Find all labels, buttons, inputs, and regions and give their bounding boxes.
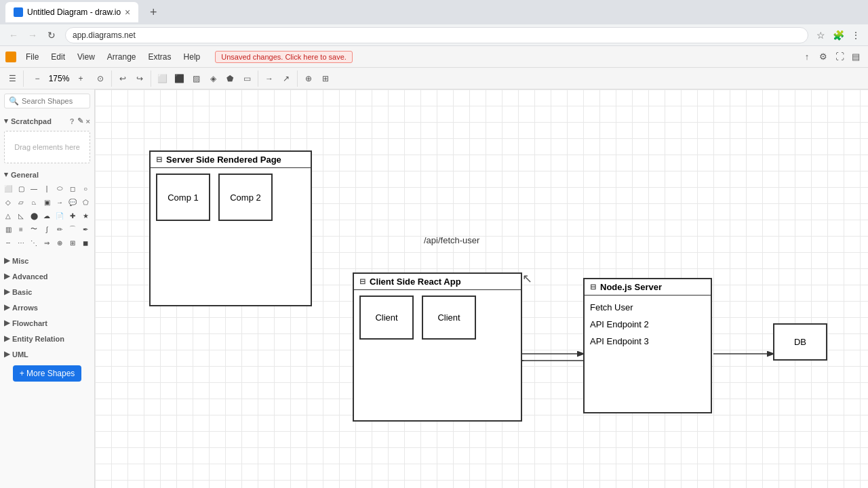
client1-box[interactable]: Client	[359, 296, 414, 340]
shape-dashed[interactable]: ⋱	[28, 237, 39, 248]
fullscreen-icon[interactable]: ⛶	[833, 50, 846, 64]
menu-arrange[interactable]: Arrange	[102, 51, 142, 63]
comp2-box[interactable]: Comp 2	[218, 174, 273, 221]
style-button-1[interactable]: ⬜	[154, 70, 170, 87]
active-tab[interactable]: Untitled Diagram - draw.io ×	[5, 2, 138, 22]
zoom-out-button[interactable]: −	[29, 70, 45, 87]
shape-arrow-right[interactable]: ⇒	[41, 237, 52, 248]
shape-line-v[interactable]: |	[41, 183, 52, 194]
settings-icon[interactable]: ⚙	[816, 50, 830, 64]
bookmark-icon[interactable]: ☆	[814, 28, 827, 42]
scratchpad-close-icon[interactable]: ×	[86, 117, 90, 125]
menu-help[interactable]: Help	[178, 51, 206, 63]
shape-arrow[interactable]: →	[54, 197, 65, 207]
shape-curve[interactable]: ∫	[41, 224, 52, 235]
shape-note[interactable]: 📄	[54, 210, 65, 221]
zoom-in-button[interactable]: +	[73, 70, 89, 87]
arrows-header[interactable]: ▶ Arrows	[4, 302, 90, 313]
shape-cross[interactable]: ✚	[67, 210, 78, 221]
shape-rounded-rect[interactable]: ▢	[16, 183, 26, 194]
browser-tab-bar: Untitled Diagram - draw.io × +	[0, 0, 868, 24]
shape-ellipse[interactable]: ⬭	[54, 183, 65, 194]
shape-3d-rect[interactable]: ▣	[41, 197, 52, 207]
search-box[interactable]: 🔍	[4, 94, 90, 108]
new-tab-button[interactable]: +	[144, 3, 163, 22]
shape-plus[interactable]: ⊕	[54, 237, 65, 248]
shape-cylinder[interactable]: ⬤	[28, 210, 39, 221]
canvas-area[interactable]: /api/fetch-user ⊟ Server Side Rendered P…	[95, 89, 868, 488]
shape-diamond[interactable]: ◇	[3, 197, 14, 207]
client2-box[interactable]: Client	[422, 296, 476, 340]
undo-button[interactable]: ↩	[115, 70, 131, 87]
shape-parallelogram[interactable]: ▱	[16, 197, 26, 207]
menu-extras[interactable]: Extras	[143, 51, 177, 63]
server-side-box[interactable]: ⊟ Server Side Rendered Page Comp 1 Comp …	[149, 150, 312, 306]
waypoint-button[interactable]: ↗	[278, 70, 294, 87]
basic-header[interactable]: ▶ Basic	[4, 286, 90, 298]
shape-lasso[interactable]: ⌒	[67, 224, 78, 235]
shape-trapezoid[interactable]: ⏢	[28, 197, 39, 207]
menu-icon[interactable]: ⋮	[849, 28, 863, 42]
uml-header[interactable]: ▶ UML	[4, 348, 90, 360]
menu-file[interactable]: File	[20, 51, 44, 63]
style-button-6[interactable]: ▭	[239, 70, 255, 87]
search-input[interactable]	[22, 97, 85, 105]
shape-circle[interactable]: ○	[80, 183, 91, 194]
style-button-2[interactable]: ⬛	[171, 70, 187, 87]
comp1-box[interactable]: Comp 1	[156, 174, 210, 221]
main-layout: 🔍 ▾ Scratchpad ? ✎ × Drag elements here …	[0, 89, 868, 488]
scratchpad-edit-icon[interactable]: ✎	[77, 117, 83, 125]
refresh-button[interactable]: ↻	[43, 27, 60, 43]
extension-icon[interactable]: 🧩	[831, 28, 845, 42]
unsaved-changes-badge[interactable]: Unsaved changes. Click here to save.	[215, 51, 353, 63]
shape-callout[interactable]: 💬	[67, 197, 78, 207]
misc-header[interactable]: ▶ Misc	[4, 255, 90, 266]
entity-relation-header[interactable]: ▶ Entity Relation	[4, 333, 90, 344]
shape-line-h[interactable]: —	[28, 183, 39, 194]
shape-freeform[interactable]: ✒	[80, 224, 91, 235]
advanced-header[interactable]: ▶ Advanced	[4, 270, 90, 282]
shape-table[interactable]: ⊞	[67, 237, 78, 248]
style-button-4[interactable]: ◈	[205, 70, 221, 87]
connection-button[interactable]: →	[261, 70, 277, 87]
forward-button[interactable]: →	[24, 27, 41, 43]
shape-extra[interactable]: ◼	[80, 237, 91, 248]
menu-view[interactable]: View	[72, 51, 100, 63]
style-button-5[interactable]: ⬟	[222, 70, 238, 87]
shape-cloud[interactable]: ☁	[41, 210, 52, 221]
tab-close-button[interactable]: ×	[125, 7, 130, 18]
shape-square[interactable]: ◻	[67, 183, 78, 194]
more-shapes-button[interactable]: + More Shapes	[13, 365, 82, 382]
scratchpad-header[interactable]: ▾ Scratchpad ? ✎ ×	[4, 115, 90, 127]
shape-line-style[interactable]: ≡	[16, 224, 26, 235]
scratchpad-help-icon[interactable]: ?	[70, 117, 75, 125]
shape-pentagon[interactable]: ⬠	[80, 197, 91, 207]
shape-dotted[interactable]: ⋯	[16, 237, 26, 248]
scratchpad-section: ▾ Scratchpad ? ✎ ×	[0, 113, 94, 128]
db-box[interactable]: DB	[773, 323, 827, 361]
nodejs-box[interactable]: ⊟ Node.js Server Fetch User API Endpoint…	[583, 278, 712, 413]
shape-wave[interactable]: 〜	[28, 224, 39, 235]
sidebar-toggle-button[interactable]: ☰	[4, 70, 20, 87]
zoom-reset-button[interactable]: ⊙	[92, 70, 108, 87]
redo-button[interactable]: ↪	[132, 70, 148, 87]
general-header[interactable]: ▾ General	[4, 169, 90, 180]
menu-edit[interactable]: Edit	[45, 51, 71, 63]
insert-button[interactable]: ⊕	[300, 70, 317, 87]
flowchart-header[interactable]: ▶ Flowchart	[4, 317, 90, 329]
back-button[interactable]: ←	[5, 27, 22, 43]
share-icon[interactable]: ↑	[800, 50, 814, 64]
shape-rect[interactable]: ⬜	[3, 183, 14, 194]
shape-triangle[interactable]: △	[3, 210, 14, 221]
address-bar[interactable]: app.diagrams.net	[65, 27, 808, 43]
shape-process[interactable]: ▥	[3, 224, 14, 235]
tab-title: Untitled Diagram - draw.io	[27, 7, 121, 17]
style-button-3[interactable]: ▨	[188, 70, 204, 87]
shape-star[interactable]: ★	[80, 210, 91, 221]
sidebar-toggle-icon[interactable]: ▤	[849, 50, 863, 64]
shape-edit[interactable]: ✏	[54, 224, 65, 235]
client-side-box[interactable]: ⊟ Client Side React App Client Client	[353, 272, 522, 422]
shape-right-triangle[interactable]: ◺	[16, 210, 26, 221]
shape-line-extra[interactable]: ╌	[3, 237, 14, 248]
table-button[interactable]: ⊞	[317, 70, 334, 87]
